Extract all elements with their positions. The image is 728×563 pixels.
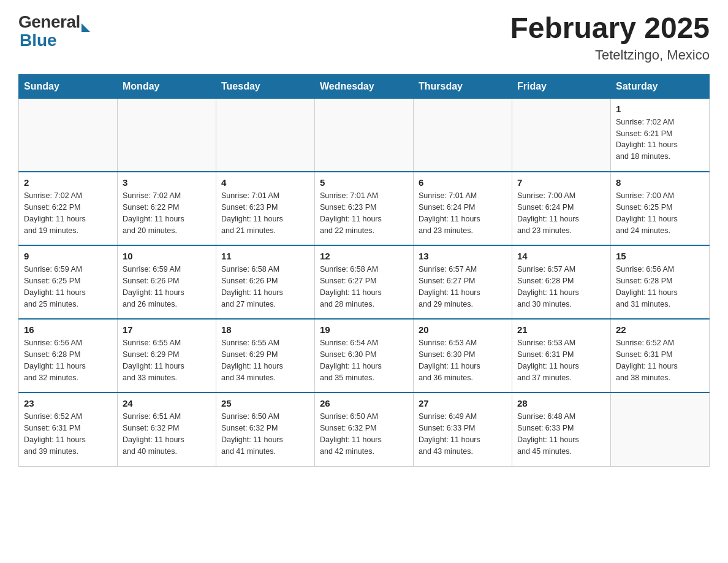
day-number: 2: [24, 177, 112, 188]
day-number: 22: [616, 324, 704, 335]
day-number: 4: [221, 177, 309, 188]
calendar-day-cell: 9Sunrise: 6:59 AMSunset: 6:25 PMDaylight…: [19, 245, 118, 319]
calendar-day-cell: 15Sunrise: 6:56 AMSunset: 6:28 PMDayligh…: [611, 245, 710, 319]
day-info: Sunrise: 6:52 AMSunset: 6:31 PMDaylight:…: [24, 411, 112, 457]
day-info: Sunrise: 6:55 AMSunset: 6:29 PMDaylight:…: [123, 337, 211, 383]
day-info: Sunrise: 7:01 AMSunset: 6:23 PMDaylight:…: [221, 190, 309, 236]
day-number: 13: [419, 251, 507, 261]
calendar-day-cell: [414, 98, 512, 172]
calendar-day-cell: 22Sunrise: 6:52 AMSunset: 6:31 PMDayligh…: [611, 319, 710, 393]
day-of-week-header: Saturday: [611, 74, 710, 98]
day-number: 21: [517, 324, 605, 335]
calendar-day-cell: 17Sunrise: 6:55 AMSunset: 6:29 PMDayligh…: [118, 319, 216, 393]
calendar-day-cell: 11Sunrise: 6:58 AMSunset: 6:26 PMDayligh…: [216, 245, 315, 319]
day-info: Sunrise: 6:59 AMSunset: 6:25 PMDaylight:…: [24, 264, 112, 310]
day-number: 3: [123, 177, 211, 188]
day-number: 25: [221, 398, 309, 408]
day-info: Sunrise: 6:48 AMSunset: 6:33 PMDaylight:…: [517, 411, 605, 457]
day-info: Sunrise: 7:02 AMSunset: 6:21 PMDaylight:…: [616, 117, 704, 163]
day-number: 6: [419, 177, 507, 188]
day-info: Sunrise: 6:51 AMSunset: 6:32 PMDaylight:…: [123, 411, 211, 457]
day-info: Sunrise: 6:56 AMSunset: 6:28 PMDaylight:…: [24, 337, 112, 383]
calendar-day-cell: 27Sunrise: 6:49 AMSunset: 6:33 PMDayligh…: [414, 393, 512, 466]
calendar-day-cell: 20Sunrise: 6:53 AMSunset: 6:30 PMDayligh…: [414, 319, 512, 393]
calendar-day-cell: 13Sunrise: 6:57 AMSunset: 6:27 PMDayligh…: [414, 245, 512, 319]
day-number: 12: [320, 251, 408, 261]
day-number: 8: [616, 177, 704, 188]
day-info: Sunrise: 7:01 AMSunset: 6:24 PMDaylight:…: [419, 190, 507, 236]
calendar-day-cell: [611, 393, 710, 466]
day-info: Sunrise: 6:50 AMSunset: 6:32 PMDaylight:…: [221, 411, 309, 457]
day-number: 27: [419, 398, 507, 408]
calendar-day-cell: 6Sunrise: 7:01 AMSunset: 6:24 PMDaylight…: [414, 172, 512, 245]
day-info: Sunrise: 6:52 AMSunset: 6:31 PMDaylight:…: [616, 337, 704, 383]
calendar-day-cell: 14Sunrise: 6:57 AMSunset: 6:28 PMDayligh…: [512, 245, 611, 319]
calendar-day-cell: [118, 98, 216, 172]
calendar-day-cell: 3Sunrise: 7:02 AMSunset: 6:22 PMDaylight…: [118, 172, 216, 245]
day-number: 23: [24, 398, 112, 408]
calendar-day-cell: [216, 98, 315, 172]
day-info: Sunrise: 6:54 AMSunset: 6:30 PMDaylight:…: [320, 337, 408, 383]
calendar-day-cell: 10Sunrise: 6:59 AMSunset: 6:26 PMDayligh…: [118, 245, 216, 319]
day-of-week-header: Wednesday: [315, 74, 414, 98]
day-info: Sunrise: 6:53 AMSunset: 6:31 PMDaylight:…: [517, 337, 605, 383]
calendar-day-cell: 24Sunrise: 6:51 AMSunset: 6:32 PMDayligh…: [118, 393, 216, 466]
day-number: 16: [24, 324, 112, 335]
day-number: 15: [616, 251, 704, 261]
calendar-day-cell: 21Sunrise: 6:53 AMSunset: 6:31 PMDayligh…: [512, 319, 611, 393]
day-info: Sunrise: 7:01 AMSunset: 6:23 PMDaylight:…: [320, 190, 408, 236]
calendar-week-row: 23Sunrise: 6:52 AMSunset: 6:31 PMDayligh…: [19, 393, 710, 466]
logo: General Blue: [18, 12, 90, 50]
day-of-week-header: Tuesday: [216, 74, 315, 98]
day-info: Sunrise: 6:55 AMSunset: 6:29 PMDaylight:…: [221, 337, 309, 383]
logo-text-general: General: [18, 12, 80, 32]
calendar-day-cell: 28Sunrise: 6:48 AMSunset: 6:33 PMDayligh…: [512, 393, 611, 466]
month-year-title: February 2025: [510, 12, 710, 45]
day-of-week-header: Sunday: [19, 74, 118, 98]
day-info: Sunrise: 6:58 AMSunset: 6:26 PMDaylight:…: [221, 264, 309, 310]
day-info: Sunrise: 6:50 AMSunset: 6:32 PMDaylight:…: [320, 411, 408, 457]
calendar-day-cell: 23Sunrise: 6:52 AMSunset: 6:31 PMDayligh…: [19, 393, 118, 466]
calendar-week-row: 2Sunrise: 7:02 AMSunset: 6:22 PMDaylight…: [19, 172, 710, 245]
day-info: Sunrise: 7:00 AMSunset: 6:24 PMDaylight:…: [517, 190, 605, 236]
day-info: Sunrise: 6:57 AMSunset: 6:27 PMDaylight:…: [419, 264, 507, 310]
calendar-day-cell: 8Sunrise: 7:00 AMSunset: 6:25 PMDaylight…: [611, 172, 710, 245]
location-subtitle: Teteltzingo, Mexico: [510, 47, 710, 63]
day-number: 18: [221, 324, 309, 335]
calendar-day-cell: 4Sunrise: 7:01 AMSunset: 6:23 PMDaylight…: [216, 172, 315, 245]
day-number: 26: [320, 398, 408, 408]
day-info: Sunrise: 6:56 AMSunset: 6:28 PMDaylight:…: [616, 264, 704, 310]
page-header: General Blue February 2025 Teteltzingo, …: [18, 12, 710, 63]
day-info: Sunrise: 6:53 AMSunset: 6:30 PMDaylight:…: [419, 337, 507, 383]
calendar-day-cell: 1Sunrise: 7:02 AMSunset: 6:21 PMDaylight…: [611, 98, 710, 172]
day-number: 17: [123, 324, 211, 335]
calendar-day-cell: 19Sunrise: 6:54 AMSunset: 6:30 PMDayligh…: [315, 319, 414, 393]
day-info: Sunrise: 6:59 AMSunset: 6:26 PMDaylight:…: [123, 264, 211, 310]
calendar-day-cell: 26Sunrise: 6:50 AMSunset: 6:32 PMDayligh…: [315, 393, 414, 466]
calendar-day-cell: [19, 98, 118, 172]
day-number: 14: [517, 251, 605, 261]
calendar-week-row: 9Sunrise: 6:59 AMSunset: 6:25 PMDaylight…: [19, 245, 710, 319]
day-number: 5: [320, 177, 408, 188]
day-info: Sunrise: 7:00 AMSunset: 6:25 PMDaylight:…: [616, 190, 704, 236]
day-info: Sunrise: 7:02 AMSunset: 6:22 PMDaylight:…: [123, 190, 211, 236]
day-number: 9: [24, 251, 112, 261]
day-of-week-header: Thursday: [414, 74, 512, 98]
calendar-day-cell: 5Sunrise: 7:01 AMSunset: 6:23 PMDaylight…: [315, 172, 414, 245]
day-info: Sunrise: 6:49 AMSunset: 6:33 PMDaylight:…: [419, 411, 507, 457]
calendar-week-row: 16Sunrise: 6:56 AMSunset: 6:28 PMDayligh…: [19, 319, 710, 393]
day-of-week-header: Friday: [512, 74, 611, 98]
day-number: 20: [419, 324, 507, 335]
day-number: 19: [320, 324, 408, 335]
calendar-day-cell: 7Sunrise: 7:00 AMSunset: 6:24 PMDaylight…: [512, 172, 611, 245]
day-info: Sunrise: 6:57 AMSunset: 6:28 PMDaylight:…: [517, 264, 605, 310]
calendar-day-cell: [315, 98, 414, 172]
calendar-day-cell: 12Sunrise: 6:58 AMSunset: 6:27 PMDayligh…: [315, 245, 414, 319]
day-number: 24: [123, 398, 211, 408]
calendar-day-cell: 18Sunrise: 6:55 AMSunset: 6:29 PMDayligh…: [216, 319, 315, 393]
calendar-day-cell: [512, 98, 611, 172]
calendar-day-cell: 25Sunrise: 6:50 AMSunset: 6:32 PMDayligh…: [216, 393, 315, 466]
calendar-day-cell: 2Sunrise: 7:02 AMSunset: 6:22 PMDaylight…: [19, 172, 118, 245]
day-info: Sunrise: 7:02 AMSunset: 6:22 PMDaylight:…: [24, 190, 112, 236]
title-block: February 2025 Teteltzingo, Mexico: [510, 12, 710, 63]
